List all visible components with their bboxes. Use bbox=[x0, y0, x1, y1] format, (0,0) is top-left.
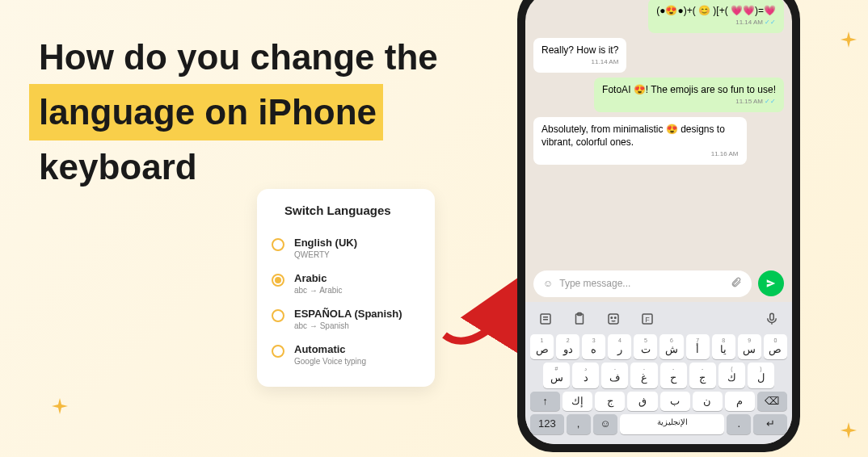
keyboard-key[interactable]: ⌫ bbox=[757, 392, 787, 412]
keyboard-key[interactable]: 2 دو bbox=[556, 334, 579, 360]
text-tool-icon[interactable] bbox=[537, 310, 554, 328]
key-label: , bbox=[567, 417, 590, 430]
key-superscript: # bbox=[544, 366, 569, 371]
key-label: ت bbox=[634, 343, 656, 356]
language-option[interactable]: English (UK) QWERTY bbox=[272, 230, 420, 266]
key-superscript: 9 bbox=[739, 338, 761, 343]
phone-screen: (●😍●)+( 😊 )[+( 💗💗)=💗 11.14 AM✓✓Really? H… bbox=[525, 0, 792, 444]
message-incoming: Absolutely, from minimalistic 😍 designs … bbox=[533, 117, 747, 165]
keyboard-key[interactable]: , bbox=[567, 414, 591, 434]
sticker-icon[interactable] bbox=[605, 310, 622, 328]
keyboard-key[interactable]: 6 ش bbox=[659, 334, 683, 360]
message-time: 11.14 AM bbox=[541, 58, 618, 67]
keyboard: F 1 ص 2 دو 3 ه 4 ر 5 ت 6 ش 7 أ 8 يا 9 س … bbox=[525, 302, 792, 444]
keyboard-key[interactable]: ☺ bbox=[593, 414, 617, 434]
switch-languages-title: Switch Languages bbox=[272, 203, 420, 217]
keyboard-key[interactable]: . bbox=[727, 414, 751, 434]
language-name: Automatic bbox=[294, 343, 366, 355]
clipboard-icon[interactable] bbox=[571, 310, 588, 328]
keyboard-key[interactable]: د د bbox=[572, 363, 599, 388]
send-button[interactable] bbox=[758, 270, 784, 296]
language-name: ESPAÑOLA (Spanish) bbox=[294, 308, 402, 320]
keyboard-key[interactable]: # س bbox=[543, 363, 570, 388]
key-label: ر bbox=[609, 343, 630, 356]
chat-area: (●😍●)+( 😊 )[+( 💗💗)=💗 11.14 AM✓✓Really? H… bbox=[525, 0, 792, 266]
keyboard-key[interactable]: ( ك bbox=[718, 363, 745, 388]
message-time: 11.14 AM✓✓ bbox=[656, 19, 776, 27]
message-text: (●😍●)+( 😊 )[+( 💗💗)=💗 bbox=[656, 4, 776, 17]
svg-text:F: F bbox=[645, 315, 650, 323]
key-label: دو bbox=[557, 343, 579, 356]
key-label: ن bbox=[693, 395, 722, 408]
key-label: ص bbox=[531, 343, 553, 356]
keyboard-key[interactable]: ↵ bbox=[753, 414, 787, 434]
key-label: ش bbox=[660, 343, 682, 356]
language-option[interactable]: ESPAÑOLA (Spanish) abc → Spanish bbox=[272, 301, 420, 337]
keyboard-key[interactable]: ن bbox=[693, 392, 723, 412]
key-superscript: 1 bbox=[531, 338, 553, 343]
sparkle-icon bbox=[839, 420, 858, 439]
key-label: س bbox=[739, 343, 761, 356]
keyboard-key[interactable]: 3 ه bbox=[582, 334, 605, 360]
key-superscript: ( bbox=[719, 366, 744, 371]
keyboard-key[interactable]: الإنجليزية bbox=[620, 414, 724, 434]
keyboard-key[interactable]: 8 يا bbox=[712, 334, 735, 360]
keyboard-key[interactable]: - ف bbox=[601, 363, 628, 388]
key-label: ج bbox=[596, 395, 624, 408]
keyboard-key[interactable]: 9 س bbox=[738, 334, 761, 360]
language-name: English (UK) bbox=[294, 237, 357, 249]
message-time: 11.15 AM✓✓ bbox=[602, 98, 776, 107]
keyboard-key[interactable]: ب bbox=[660, 392, 690, 412]
key-label: غ bbox=[631, 371, 656, 384]
language-option[interactable]: Automatic Google Voice typing bbox=[272, 337, 420, 372]
keyboard-key[interactable]: 1 ص bbox=[530, 334, 554, 360]
key-superscript: 7 bbox=[687, 338, 709, 343]
key-label: الإنجليزية bbox=[621, 417, 723, 427]
page-title: How do you change the language on iPhone… bbox=[39, 31, 438, 194]
key-label: أ bbox=[687, 343, 709, 356]
key-superscript: 6 bbox=[660, 338, 682, 343]
message-outgoing: (●😍●)+( 😊 )[+( 💗💗)=💗 11.14 AM✓✓ bbox=[648, 0, 784, 33]
font-icon[interactable]: F bbox=[638, 310, 656, 328]
keyboard-key[interactable]: 5 ت bbox=[634, 334, 657, 360]
sparkle-icon bbox=[839, 29, 858, 48]
keyboard-key[interactable]: ↑ bbox=[530, 392, 560, 412]
keyboard-key[interactable]: 0 ص bbox=[764, 334, 787, 360]
key-label: س bbox=[544, 371, 569, 384]
key-superscript: - bbox=[602, 366, 627, 371]
language-subtitle: abc → Arabic bbox=[294, 286, 342, 295]
keyboard-key[interactable]: 7 أ bbox=[686, 334, 710, 360]
svg-point-7 bbox=[615, 317, 617, 318]
radio-icon bbox=[272, 309, 284, 322]
key-label: إك bbox=[563, 395, 592, 408]
keyboard-key[interactable]: - ح bbox=[660, 363, 687, 388]
keyboard-key[interactable]: ج bbox=[595, 392, 625, 412]
mic-icon[interactable] bbox=[763, 310, 781, 328]
key-superscript: - bbox=[631, 366, 656, 371]
keyboard-key[interactable]: ) ل bbox=[748, 363, 774, 388]
key-superscript: د bbox=[573, 366, 598, 371]
emoji-picker-icon[interactable]: ☺ bbox=[543, 278, 553, 289]
keyboard-key[interactable]: 4 ر bbox=[608, 334, 631, 360]
keyboard-key[interactable]: ڧ bbox=[627, 392, 657, 412]
keyboard-key[interactable]: 123 bbox=[530, 414, 564, 434]
message-input-bar: ☺ Type message... bbox=[525, 266, 792, 302]
key-label: 123 bbox=[531, 417, 563, 430]
keyboard-key[interactable]: م bbox=[725, 392, 755, 412]
language-option[interactable]: Arabic abc → Arabic bbox=[272, 266, 420, 301]
keyboard-row-4: 123 , ☺ الإنجليزية . ↵ bbox=[529, 414, 789, 434]
keyboard-key[interactable]: - غ bbox=[630, 363, 657, 388]
keyboard-row-2: # س د د - ف - غ - ح - ج ( ك ) ل bbox=[529, 363, 789, 388]
key-label: د bbox=[573, 371, 598, 384]
keyboard-row-1: 1 ص 2 دو 3 ه 4 ر 5 ت 6 ش 7 أ 8 يا 9 س 0 … bbox=[529, 334, 789, 360]
keyboard-key[interactable]: - ج bbox=[689, 363, 716, 388]
message-input[interactable]: ☺ Type message... bbox=[533, 270, 752, 297]
message-text: FotoAI 😍! The emojis are so fun to use! bbox=[602, 83, 776, 96]
key-label: ف bbox=[602, 371, 627, 384]
phone-mockup: (●😍●)+( 😊 )[+( 💗💗)=💗 11.14 AM✓✓Really? H… bbox=[517, 0, 800, 452]
switch-languages-card: Switch Languages English (UK) QWERTY Ara… bbox=[257, 189, 435, 387]
key-superscript: 4 bbox=[609, 338, 630, 343]
keyboard-key[interactable]: إك bbox=[563, 392, 592, 412]
language-subtitle: abc → Spanish bbox=[294, 321, 402, 330]
attachment-icon[interactable] bbox=[731, 277, 742, 291]
